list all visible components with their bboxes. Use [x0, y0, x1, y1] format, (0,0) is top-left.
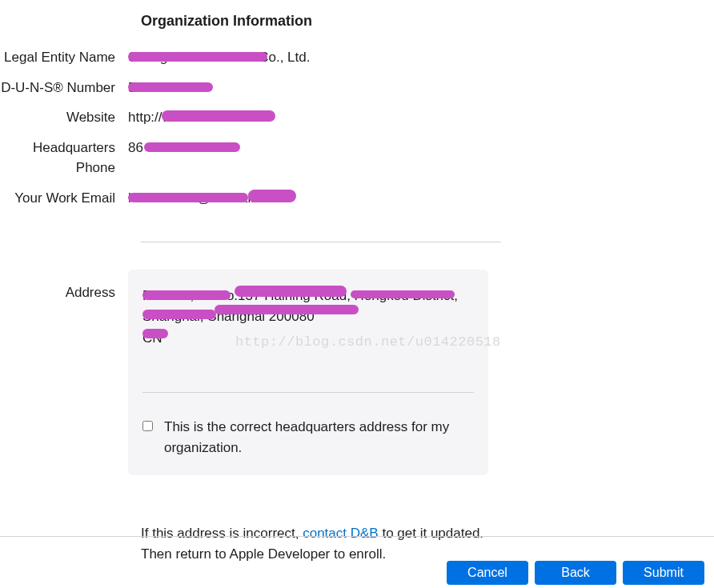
legal-entity-value: Shanghai MaoFan IT Co., Ltd.	[128, 47, 488, 68]
email-value: heibai.work@foxmail.com	[128, 188, 488, 209]
duns-value: 544102889	[128, 78, 488, 98]
email-label: Your Work Email	[0, 188, 128, 209]
website-value: http://www.maofan.com	[128, 107, 488, 128]
cancel-button[interactable]: Cancel	[447, 561, 528, 585]
address-inner-divider	[142, 392, 474, 393]
section-title: Organization Information	[141, 13, 714, 30]
confirm-address-label: This is the correct headquarters address…	[164, 417, 474, 459]
website-label: Website	[0, 107, 128, 128]
address-box: Rm 727, 57 No.137 Haining Road, Hongkou …	[128, 270, 488, 475]
duns-label: D-U-N-S® Number	[0, 78, 128, 98]
confirm-address-checkbox[interactable]	[142, 421, 153, 431]
submit-button[interactable]: Submit	[623, 561, 704, 585]
phone-value: 86	[128, 138, 488, 158]
footer-bar: Cancel Back Submit	[0, 536, 714, 588]
section-divider	[141, 242, 501, 242]
back-button[interactable]: Back	[535, 561, 616, 585]
phone-label: Headquarters Phone	[0, 138, 128, 178]
watermark: http://blog.csdn.net/u014220518	[235, 332, 501, 353]
legal-entity-label: Legal Entity Name	[0, 47, 128, 68]
address-label: Address	[0, 266, 128, 303]
